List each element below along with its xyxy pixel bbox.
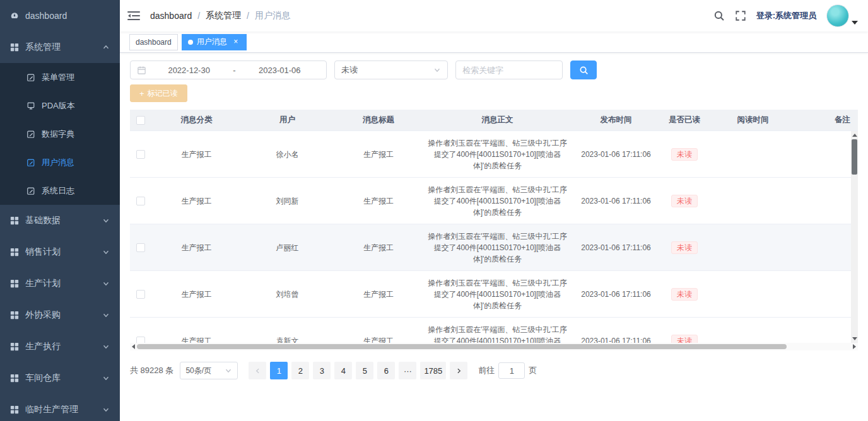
date-start-value: 2022-12-30 <box>149 66 229 75</box>
sidebar-group-workshop-warehouse[interactable]: 车间仓库 <box>0 362 120 394</box>
avatar[interactable] <box>826 4 849 27</box>
sidebar-group-outsourcing-purchase[interactable]: 外协采购 <box>0 299 120 331</box>
chevron-left-icon <box>254 367 261 374</box>
sidebar-item-pda-version[interactable]: PDA版本 <box>0 91 120 120</box>
chevron-down-icon <box>433 66 441 74</box>
pager-page-button-3[interactable]: 3 <box>313 362 331 379</box>
category-cell: 生产报工 <box>151 332 242 343</box>
sidebar-group-basic-data[interactable]: 基础数据 <box>0 205 120 236</box>
row-checkbox[interactable] <box>136 290 145 299</box>
next-page-button[interactable] <box>450 362 467 379</box>
grid-icon <box>10 342 19 351</box>
body-cell: 操作者刘玉霞在'平端面、钻三级中孔'工序提交了400件[40011S0170+1… <box>424 320 571 343</box>
caret-down-icon <box>852 21 858 25</box>
row-checkbox[interactable] <box>136 337 145 343</box>
category-cell: 生产报工 <box>151 145 242 164</box>
tab-active-dot <box>188 40 193 45</box>
body-cell: 操作者刘玉霞在'平端面、钻三级中孔'工序提交了400件[40011S0170+1… <box>424 180 571 222</box>
pager-page-button-5[interactable]: 5 <box>356 362 373 379</box>
page-size-select[interactable]: 50条/页 <box>180 362 238 379</box>
goto-page: 前往 页 <box>478 362 537 379</box>
vertical-scrollbar[interactable] <box>851 131 858 343</box>
pager-page-button-1785[interactable]: 1785 <box>420 362 446 379</box>
sidebar-group-sales-plan[interactable]: 销售计划 <box>0 236 120 268</box>
scroll-up-icon[interactable] <box>852 134 857 137</box>
pager-more-button[interactable]: ··· <box>399 362 416 379</box>
dashboard-icon <box>10 11 19 20</box>
user-cell: 徐小名 <box>242 145 333 164</box>
select-value: 未读 <box>341 64 358 76</box>
pager-page-button-6[interactable]: 6 <box>377 362 395 379</box>
sidebar-item-user-messages[interactable]: 用户消息 <box>0 148 120 176</box>
scroll-right-icon[interactable] <box>853 344 856 349</box>
breadcrumb-separator: / <box>247 11 249 21</box>
user-menu[interactable] <box>826 4 858 27</box>
tab-close-icon[interactable]: × <box>232 38 240 47</box>
grid-icon <box>10 216 19 225</box>
scroll-left-icon[interactable] <box>132 344 135 349</box>
chevron-up-icon <box>102 43 110 51</box>
topbar: dashboard / 系统管理 / 用户消息 登录:系统管理员 <box>120 0 868 32</box>
row-checkbox[interactable] <box>136 243 145 252</box>
sidebar-item-system-logs[interactable]: 系统日志 <box>0 176 120 205</box>
date-range-separator: - <box>232 66 237 75</box>
grid-icon <box>10 43 19 52</box>
horizontal-scrollbar-thumb[interactable] <box>137 344 787 349</box>
sidebar-item-label: 用户消息 <box>42 157 74 168</box>
goto-suffix: 页 <box>529 365 537 376</box>
tags-bar: dashboard 用户消息 × <box>120 32 868 53</box>
scroll-down-icon[interactable] <box>852 337 857 340</box>
keyword-input[interactable] <box>455 61 563 79</box>
breadcrumb-item-dashboard[interactable]: dashboard <box>150 11 192 21</box>
vertical-scrollbar-thumb[interactable] <box>852 139 857 175</box>
sidebar-group-temp-production-management[interactable]: 临时生产管理 <box>0 394 120 421</box>
breadcrumb: dashboard / 系统管理 / 用户消息 <box>150 10 290 21</box>
pager-page-button-1[interactable]: 1 <box>270 362 288 379</box>
sidebar-group-label: 生产计划 <box>25 278 61 289</box>
row-checkbox[interactable] <box>136 197 145 205</box>
breadcrumb-current: 用户消息 <box>255 10 290 21</box>
user-cell: 卢丽红 <box>242 238 333 257</box>
mark-read-button[interactable]: + 标记已读 <box>130 84 187 102</box>
header-cell-user: 用户 <box>242 115 333 125</box>
horizontal-scrollbar[interactable] <box>130 343 858 350</box>
breadcrumb-item-system-management[interactable]: 系统管理 <box>206 10 241 21</box>
grid-icon <box>10 374 19 383</box>
read-status-select[interactable]: 未读 <box>334 61 448 79</box>
search-button[interactable] <box>570 61 597 79</box>
date-range-picker[interactable]: 2022-12-30 - 2023-01-06 <box>130 61 327 79</box>
sidebar-group-production-execution[interactable]: 生产执行 <box>0 331 120 362</box>
table-row: 生产报工 刘同新 生产报工 操作者刘玉霞在'平端面、钻三级中孔'工序提交了400… <box>130 178 858 224</box>
chevron-down-icon <box>102 406 110 413</box>
fullscreen-icon[interactable] <box>735 10 746 21</box>
edit-icon <box>26 187 35 195</box>
remark-cell <box>798 197 858 205</box>
sidebar-group-production-plan[interactable]: 生产计划 <box>0 268 120 299</box>
sidebar-item-data-dictionary[interactable]: 数据字典 <box>0 120 120 148</box>
tab-user-messages[interactable]: 用户消息 × <box>182 34 247 50</box>
plus-icon: + <box>139 89 144 98</box>
grid-icon <box>10 248 19 257</box>
sidebar-item-menu-management[interactable]: 菜单管理 <box>0 63 120 91</box>
page-content: 2022-12-30 - 2023-01-06 未读 + 标记已 <box>120 53 868 421</box>
select-all-checkbox[interactable] <box>136 116 145 125</box>
title-cell: 生产报工 <box>333 192 424 211</box>
grid-icon <box>10 405 19 414</box>
chevron-down-icon <box>102 343 110 350</box>
chevron-down-icon <box>225 367 232 374</box>
header-cell-body: 消息正文 <box>424 115 571 125</box>
row-checkbox[interactable] <box>136 150 145 159</box>
hamburger-icon[interactable] <box>127 10 140 21</box>
pager-page-button-2[interactable]: 2 <box>291 362 309 379</box>
sidebar-item-dashboard[interactable]: dashboard <box>0 0 120 32</box>
prev-page-button[interactable] <box>249 362 266 379</box>
pager-page-button-4[interactable]: 4 <box>334 362 352 379</box>
tab-dashboard[interactable]: dashboard <box>129 34 178 50</box>
chevron-down-icon <box>102 374 110 382</box>
goto-page-input[interactable] <box>498 362 525 379</box>
sidebar-group-label: 车间仓库 <box>25 372 61 384</box>
search-icon[interactable] <box>713 10 725 21</box>
main-area: dashboard / 系统管理 / 用户消息 登录:系统管理员 <box>120 0 868 421</box>
sidebar-group-system-management-toggle[interactable]: 系统管理 <box>0 32 120 63</box>
header-cell-remark: 备注 <box>798 115 858 125</box>
